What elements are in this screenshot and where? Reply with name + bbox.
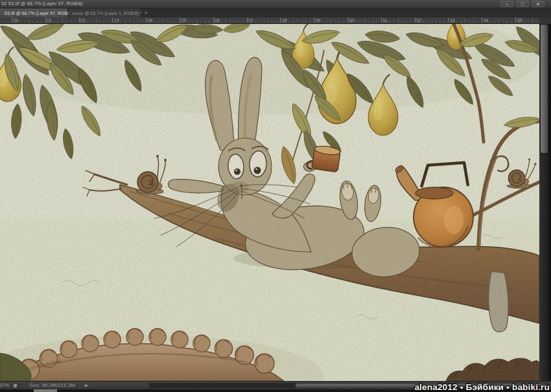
window-title: 52 53.tif @ 66.7% (Layer 97, RGB/8)	[1, 1, 83, 6]
ruler[interactable]: 20212223242526272829303132333435	[0, 17, 539, 24]
canvas-image[interactable]	[0, 24, 539, 381]
tab-label: -53.tif @ 66.7% (Layer 97, RGB/8)	[3, 11, 73, 16]
document-tab-bar: -53.tif @ 66.7% (Layer 97, RGB/8) × cvvc…	[0, 8, 551, 17]
status-dot-icon: ∙	[93, 382, 95, 389]
photoshop-window: 52 53.tif @ 66.7% (Layer 97, RGB/8) – □ …	[0, 0, 551, 392]
status-flyout-arrow-icon[interactable]: ▶	[85, 382, 88, 389]
close-button[interactable]: ✕	[532, 1, 545, 7]
status-knob-icon	[12, 383, 19, 389]
maximize-button[interactable]: □	[516, 1, 529, 7]
vertical-scrollbar-thumb[interactable]	[540, 24, 548, 154]
zoom-level-field[interactable]: 66.67%	[0, 382, 10, 389]
tab-active-document[interactable]: -53.tif @ 66.7% (Layer 97, RGB/8) ×	[0, 8, 68, 17]
document-work-area	[0, 24, 551, 381]
illustration	[0, 24, 539, 381]
taskbar-peek	[34, 389, 57, 392]
ruler-corner	[539, 17, 551, 24]
document-size-info: Doc: 66.2M/215.3M	[30, 382, 75, 389]
window-controls: – □ ✕	[500, 1, 545, 7]
minimize-button[interactable]: –	[500, 1, 513, 7]
tab-close-icon[interactable]: ×	[145, 10, 148, 16]
title-bar[interactable]: 52 53.tif @ 66.7% (Layer 97, RGB/8) – □ …	[0, 0, 551, 8]
tab-label: cvvcc @ 66.7% (Layer 1, RGB/8) *	[72, 11, 142, 16]
tab-inactive-document[interactable]: cvvcc @ 66.7% (Layer 1, RGB/8) * ×	[69, 8, 142, 17]
paper-texture	[0, 24, 539, 381]
vertical-scrollbar[interactable]	[539, 24, 551, 381]
watermark: alena2012 • Бэйбики • babiki.ru	[414, 382, 550, 392]
